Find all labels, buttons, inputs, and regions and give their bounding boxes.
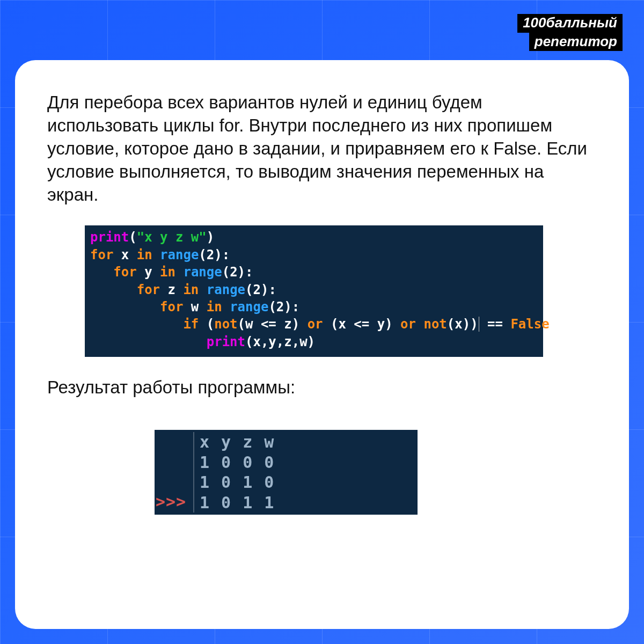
output-block: >>> x y z w 1 0 0 0 1 0 1 0 1 0 1 1 bbox=[155, 430, 418, 515]
cursor-icon bbox=[479, 317, 479, 332]
brand-line-1: 100балльный bbox=[517, 14, 623, 33]
output-line: 1 0 1 0 bbox=[200, 472, 275, 493]
output-lines: x y z w 1 0 0 0 1 0 1 0 1 0 1 1 bbox=[194, 432, 275, 513]
explanation-paragraph: Для перебора всех вариантов нулей и един… bbox=[47, 91, 597, 206]
brand-line-2: репетитор bbox=[529, 33, 623, 52]
token-if: if bbox=[183, 317, 199, 332]
content-card: Для перебора всех вариантов нулей и един… bbox=[15, 60, 629, 629]
output-line: 1 0 0 0 bbox=[200, 452, 275, 473]
token-for: for bbox=[90, 247, 113, 262]
token-string: "x y z w" bbox=[137, 230, 207, 245]
token-print: print bbox=[90, 230, 129, 245]
token-false: False bbox=[510, 317, 549, 332]
repl-prompt: >>> bbox=[156, 492, 186, 512]
code-block: print("x y z w") for x in range(2): for … bbox=[85, 225, 543, 357]
output-gutter: >>> bbox=[155, 432, 194, 513]
brand-badge: 100балльный репетитор bbox=[517, 14, 623, 51]
output-line: x y z w bbox=[200, 432, 275, 452]
output-line: 1 0 1 1 bbox=[200, 493, 275, 513]
result-label: Результат работы программы: bbox=[47, 377, 597, 398]
